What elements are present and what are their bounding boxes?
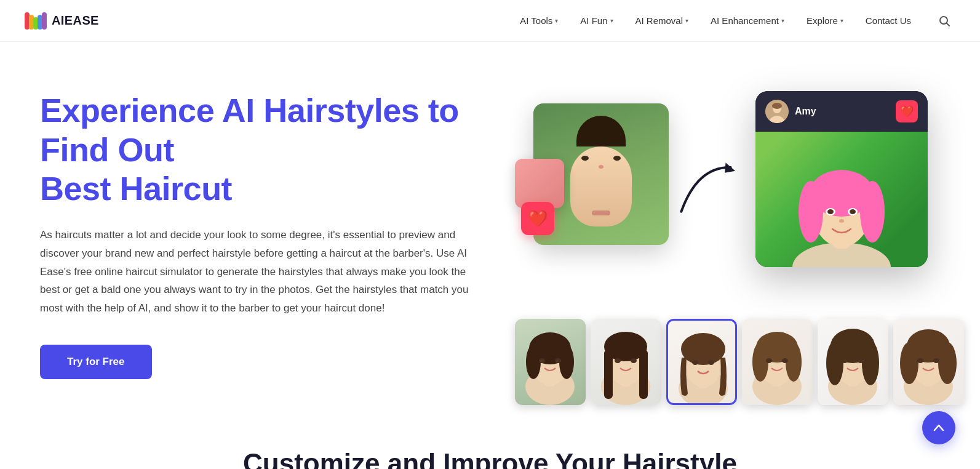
svg-rect-4 bbox=[42, 12, 47, 30]
thumb-2[interactable] bbox=[591, 319, 661, 405]
svg-point-58 bbox=[862, 341, 879, 385]
svg-point-66 bbox=[938, 342, 957, 384]
svg-rect-1 bbox=[29, 15, 34, 30]
svg-point-65 bbox=[900, 342, 918, 384]
svg-point-59 bbox=[842, 358, 848, 363]
nav-contact[interactable]: Contact Us bbox=[866, 15, 911, 26]
svg-point-5 bbox=[940, 17, 947, 24]
hero-description: As haircuts matter a lot and decide your… bbox=[40, 226, 471, 318]
svg-point-19 bbox=[827, 209, 834, 214]
svg-point-11 bbox=[772, 103, 782, 109]
svg-point-68 bbox=[933, 358, 939, 363]
logo[interactable]: AIEASE bbox=[25, 12, 99, 30]
color-swatch bbox=[515, 159, 564, 208]
bottom-section: Customize and Improve Your Hairstyle bbox=[0, 442, 980, 469]
thumb-6[interactable] bbox=[893, 319, 964, 405]
arrow-icon bbox=[661, 148, 751, 229]
chevron-down-icon: ▾ bbox=[840, 17, 843, 24]
svg-point-52 bbox=[782, 358, 788, 363]
try-for-free-button[interactable]: Try for Free bbox=[40, 345, 152, 379]
svg-point-28 bbox=[559, 345, 574, 379]
svg-point-43 bbox=[692, 360, 698, 365]
svg-point-49 bbox=[752, 342, 768, 382]
svg-point-50 bbox=[786, 342, 802, 382]
card-user-name: Amy bbox=[795, 106, 816, 117]
chevron-down-icon: ▾ bbox=[685, 17, 688, 24]
svg-point-17 bbox=[860, 181, 885, 243]
svg-rect-2 bbox=[33, 17, 38, 30]
thumb-3-selected[interactable] bbox=[666, 319, 737, 405]
scroll-top-button[interactable] bbox=[922, 411, 955, 444]
thumb-5[interactable] bbox=[818, 319, 888, 405]
svg-rect-0 bbox=[25, 12, 30, 30]
thumb-1[interactable] bbox=[515, 319, 586, 405]
logo-icon bbox=[25, 12, 47, 30]
nav-item-ai-tools[interactable]: AI Tools ▾ bbox=[520, 15, 558, 26]
card-header: Amy ❤️ bbox=[755, 91, 928, 132]
svg-point-42 bbox=[681, 333, 725, 365]
svg-point-44 bbox=[708, 360, 714, 365]
svg-point-27 bbox=[526, 345, 541, 379]
svg-point-22 bbox=[839, 219, 844, 223]
after-phone-card: Amy ❤️ bbox=[755, 91, 928, 267]
card-image bbox=[755, 132, 928, 267]
like-button[interactable]: ❤️ bbox=[896, 100, 918, 122]
nav-item-explore[interactable]: Explore ▾ bbox=[807, 15, 843, 26]
svg-rect-35 bbox=[604, 350, 613, 399]
svg-point-37 bbox=[615, 358, 621, 363]
svg-point-67 bbox=[917, 358, 923, 363]
nav-item-ai-enhancement[interactable]: AI Enhancement ▾ bbox=[711, 15, 784, 26]
brand-name: AIEASE bbox=[52, 14, 99, 28]
svg-point-60 bbox=[858, 358, 864, 363]
svg-point-57 bbox=[826, 341, 843, 385]
svg-point-38 bbox=[631, 358, 637, 363]
svg-point-16 bbox=[799, 181, 823, 243]
nav-item-ai-fun[interactable]: AI Fun ▾ bbox=[580, 15, 613, 26]
chevron-down-icon: ▾ bbox=[781, 17, 784, 24]
thumbnails-row bbox=[515, 319, 941, 405]
chevron-down-icon: ▾ bbox=[610, 17, 613, 24]
chevron-down-icon: ▾ bbox=[555, 17, 558, 24]
avatar bbox=[765, 100, 789, 123]
svg-rect-3 bbox=[38, 15, 42, 30]
svg-point-51 bbox=[766, 358, 772, 363]
svg-point-21 bbox=[850, 209, 856, 214]
heart-bubble: ❤️ bbox=[521, 202, 554, 235]
chevron-up-icon bbox=[932, 421, 946, 435]
svg-line-6 bbox=[947, 23, 949, 26]
svg-point-30 bbox=[555, 358, 561, 363]
bottom-title: Customize and Improve Your Hairstyle bbox=[243, 448, 737, 469]
search-button[interactable] bbox=[933, 10, 955, 32]
hero-left: Experience AI Hairstyles to Find Out Bes… bbox=[40, 79, 478, 379]
hero-section: Experience AI Hairstyles to Find Out Bes… bbox=[0, 42, 980, 442]
thumb-4[interactable] bbox=[742, 319, 813, 405]
navigation: AIEASE AI Tools ▾ AI Fun ▾ AI Removal ▾ … bbox=[0, 0, 980, 42]
hero-title: Experience AI Hairstyles to Find Out Bes… bbox=[40, 91, 478, 209]
nav-item-ai-removal[interactable]: AI Removal ▾ bbox=[635, 15, 689, 26]
svg-rect-36 bbox=[639, 350, 648, 399]
search-icon bbox=[939, 15, 950, 26]
svg-point-29 bbox=[539, 358, 545, 363]
hero-right: ❤️ Amy ❤️ bbox=[503, 79, 941, 417]
nav-links: AI Tools ▾ AI Fun ▾ AI Removal ▾ AI Enha… bbox=[520, 10, 955, 32]
